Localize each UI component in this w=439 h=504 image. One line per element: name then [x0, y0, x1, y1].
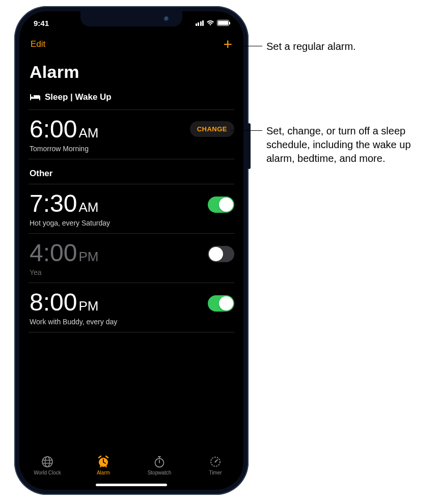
sleep-section-header: Sleep | Wake Up [29, 90, 234, 106]
timer-icon [209, 455, 222, 468]
alarm-sub: Work with Buddy, every day [30, 318, 233, 326]
tab-stopwatch[interactable]: Stopwatch [131, 449, 187, 482]
callout-text: Set a regular alarm. [266, 41, 356, 52]
alarm-toggle[interactable] [208, 295, 234, 312]
camera-dot [164, 16, 169, 21]
stopwatch-icon [153, 455, 166, 468]
screen: 9:41 Edit + Alarm Sleep | Wake Up 6:00AM [19, 11, 243, 490]
status-indicators [196, 20, 230, 26]
alarm-row[interactable]: 4:00PM Yea [29, 234, 234, 283]
add-alarm-button[interactable]: + [223, 37, 232, 52]
sleep-alarm-sub: Tomorrow Morning [30, 145, 233, 153]
alarm-time: 7:30AM [30, 191, 233, 216]
alarm-row[interactable]: 8:00PM Work with Buddy, every day [29, 283, 234, 332]
tab-timer[interactable]: Timer [187, 449, 243, 482]
alarm-toggle[interactable] [208, 197, 234, 213]
globe-icon [41, 455, 53, 468]
sleep-alarm-row[interactable]: 6:00AM Tomorrow Morning CHANGE [29, 110, 234, 159]
status-time: 9:41 [34, 19, 49, 27]
tab-label: Timer [209, 470, 222, 475]
bed-icon [30, 93, 41, 101]
wifi-icon [206, 20, 214, 26]
edit-button[interactable]: Edit [31, 39, 45, 49]
page-title: Alarm [29, 60, 234, 90]
tab-world-clock[interactable]: World Clock [19, 449, 75, 482]
change-button[interactable]: CHANGE [190, 121, 234, 137]
callout-change: Set, change, or turn off a sleep schedul… [266, 124, 434, 165]
svg-point-0 [42, 457, 52, 467]
sleep-header-label: Sleep | Wake Up [45, 92, 112, 102]
svg-point-1 [45, 457, 50, 467]
alarm-time: 4:00PM [30, 241, 233, 265]
alarm-toggle[interactable] [208, 246, 234, 262]
alarm-clock-icon [97, 455, 110, 468]
notch [80, 11, 182, 26]
callout-text: Set, change, or turn off a sleep schedul… [266, 125, 411, 164]
tab-label: Alarm [97, 470, 110, 475]
alarm-row[interactable]: 7:30AM Hot yoga, every Saturday [29, 184, 234, 234]
alarm-time: 8:00PM [30, 290, 233, 315]
content: Alarm Sleep | Wake Up 6:00AM Tomorrow Mo… [19, 60, 243, 449]
tab-label: Stopwatch [148, 470, 172, 475]
tab-alarm[interactable]: Alarm [75, 449, 131, 482]
tab-label: World Clock [34, 470, 61, 475]
battery-icon [217, 20, 229, 26]
alarm-sub: Yea [30, 268, 233, 276]
alarm-sub: Hot yoga, every Saturday [30, 219, 233, 227]
svg-point-5 [215, 461, 216, 463]
nav-bar: Edit + [19, 35, 243, 54]
callout-add: Set a regular alarm. [266, 40, 356, 53]
phone-frame: 9:41 Edit + Alarm Sleep | Wake Up 6:00AM [14, 6, 249, 495]
cellular-icon [196, 20, 204, 26]
home-indicator[interactable] [96, 484, 167, 486]
other-section-header: Other [29, 159, 234, 181]
